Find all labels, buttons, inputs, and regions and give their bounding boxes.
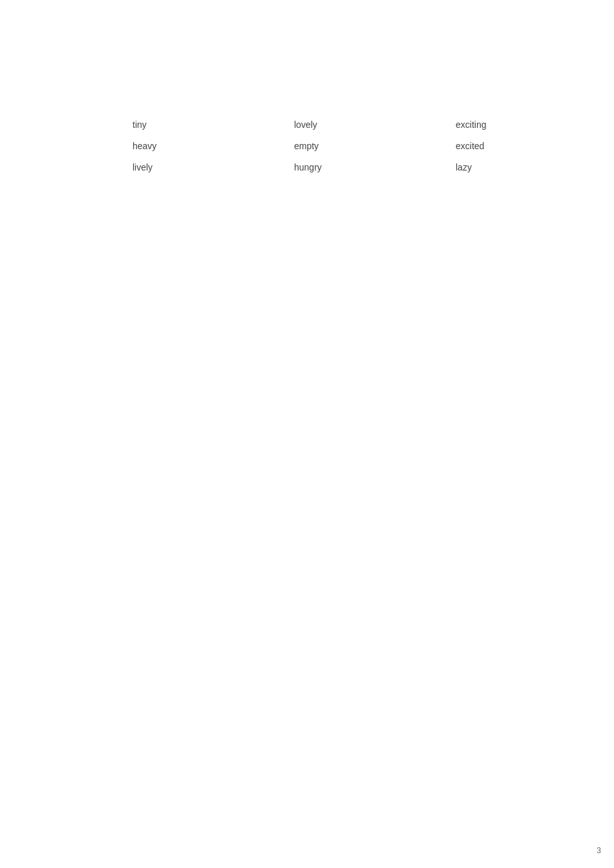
- word-tiny: tiny: [132, 114, 294, 136]
- word-grid: tiny lovely exciting heavy empty excited…: [132, 114, 585, 178]
- word-heavy: heavy: [132, 136, 294, 157]
- word-exciting: exciting: [456, 114, 585, 136]
- word-lazy: lazy: [456, 157, 585, 178]
- word-empty: empty: [294, 136, 456, 157]
- word-lively: lively: [132, 157, 294, 178]
- word-hungry: hungry: [294, 157, 456, 178]
- word-excited: excited: [456, 136, 585, 157]
- page-number: 3: [597, 846, 601, 855]
- word-lovely: lovely: [294, 114, 456, 136]
